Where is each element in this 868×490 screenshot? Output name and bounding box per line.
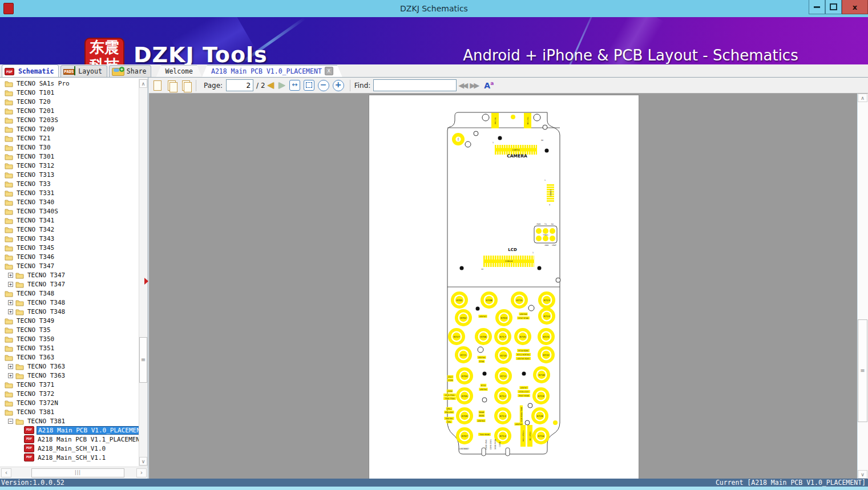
folder-icon [5,408,13,416]
scrollbar-thumb[interactable]: ≡ [858,319,867,422]
tree-item-folder[interactable]: TECNO T350 [0,334,139,343]
page-thumbnail-icon[interactable] [152,80,163,91]
fit-page-button[interactable] [304,80,314,91]
tree-item-folder[interactable]: TECNO T340S [0,206,139,216]
svg-text:K713: K713 [500,415,506,418]
close-button[interactable]: x [842,0,868,14]
scroll-down-icon[interactable]: ∨ [139,457,147,465]
tree-item-folder[interactable]: TECNO T313 [0,170,139,179]
tree-item-folder[interactable]: TECNO T372N [0,398,139,407]
fit-width-button[interactable]: ↔ [289,80,300,91]
expand-icon[interactable]: + [8,273,13,278]
find-previous-icon[interactable]: ◀◀ [458,81,466,90]
tree-item-folder[interactable]: +TECNO T363 [0,371,139,380]
tree-item-pdf[interactable]: PDFA218 Main PCB V1.0_PLACEMENT [0,426,139,435]
zoom-out-button[interactable]: − [318,80,329,91]
copy-page-icon[interactable] [166,80,177,91]
tab-share[interactable]: + Share [109,65,152,77]
scroll-up-icon[interactable]: ∧ [139,79,147,88]
svg-text:K717: K717 [500,335,506,338]
tree-item-label: TECNO T381 [26,418,66,425]
scrollbar-thumb[interactable]: ≡ [139,337,147,383]
snapshot-icon[interactable] [180,80,192,91]
tree-item-folder[interactable]: +TECNO T348 [0,307,139,316]
document-vertical-scrollbar[interactable]: ∧ ≡ ∨ [857,94,868,479]
tab-layout[interactable]: PADS Layout [60,65,107,77]
document-viewer[interactable]: MIC-501MIC+501MIC+1P502+MIC-1P502-CON701… [149,94,857,479]
tree-item-folder[interactable]: TECNO T371 [0,380,139,389]
sidebar-vertical-scrollbar[interactable]: ∧ ≡ ∨ [139,79,148,466]
collapse-icon[interactable]: − [8,419,13,424]
page-number-input[interactable] [226,79,253,91]
find-input[interactable] [373,79,457,91]
close-tab-icon[interactable]: x [325,67,333,75]
tree-item-folder[interactable]: TECNO T35 [0,325,139,334]
tree-item-folder[interactable]: TECNO T381 [0,407,139,416]
expand-icon[interactable]: + [8,282,13,287]
expand-icon[interactable]: + [8,364,13,369]
svg-text:SPK-501: SPK-501 [446,418,453,420]
tree-item-folder[interactable]: TECNO T347 [0,261,139,270]
tree-item-folder[interactable]: TECNO T349 [0,316,139,325]
tree-item-folder[interactable]: +TECNO T347 [0,270,139,280]
tree-item-folder[interactable]: TECNO T30 [0,143,139,152]
tab-schematic[interactable]: PDF Schematic [2,64,59,77]
tree-item-folder[interactable]: +TECNO T347 [0,280,139,289]
tree-item-folder[interactable]: TECNO T209 [0,124,139,133]
scroll-up-icon[interactable]: ∧ [858,94,867,102]
tree-item-folder[interactable]: TECNO T372 [0,389,139,398]
svg-text:C528: C528 [448,379,453,382]
folder-icon [5,208,13,215]
tree-item-folder[interactable]: +TECNO T348 [0,298,139,307]
tree-item-folder[interactable]: TECNO T363 [0,353,139,362]
tree-item-folder[interactable]: TECNO T341 [0,216,139,225]
tree-item-folder[interactable]: −TECNO T381 [0,416,139,426]
folder-icon [5,335,13,343]
pdf-icon: PDF [24,453,34,461]
tree-item-folder[interactable]: TECNO T203S [0,115,139,124]
tree-item-folder[interactable]: TECNO T340 [0,197,139,206]
tree-item-folder[interactable]: TECNO T343 [0,234,139,243]
splitter-collapse-icon[interactable] [144,278,148,285]
scroll-right-icon[interactable]: › [136,468,147,477]
tree-item-pdf[interactable]: PDFA218_Main_SCH_V1.0 [0,444,139,453]
tree-item-pdf[interactable]: PDFA218 Main PCB V1.1_PLACEMENT [0,435,139,444]
tree-item-folder[interactable]: TECNO T346 [0,252,139,261]
tree-item-folder[interactable]: TECNO T348 [0,289,139,298]
tree-item-folder[interactable]: TECNO T21 [0,133,139,143]
font-size-icon[interactable]: Aa [484,80,494,90]
tree-item-folder[interactable]: +TECNO T363 [0,362,139,371]
tree-item-folder[interactable]: TECNO T33 [0,179,139,188]
doc-tab-welcome[interactable]: Welcome [156,65,201,77]
tree-item-folder[interactable]: TECNO T312 [0,161,139,170]
tree-item-folder[interactable]: TECNO T345 [0,243,139,252]
zoom-in-button[interactable]: + [333,80,344,91]
expand-icon[interactable]: + [8,309,13,314]
tree-item-folder[interactable]: TECNO T342 [0,225,139,234]
tree-item-folder[interactable]: TECNO T331 [0,188,139,197]
tree-item-folder[interactable]: TECNO SA1s Pro [0,79,139,88]
expand-icon[interactable]: + [8,373,13,378]
tree-item-folder[interactable]: TECNO T301 [0,152,139,161]
expand-icon[interactable]: + [8,300,13,305]
tree-item-pdf[interactable]: PDFA218_Main_SCH_V1.1 [0,453,139,462]
minimize-button[interactable] [809,0,825,14]
doc-tab-a218-placement[interactable]: A218 Main PCB V1.0_PLACEMENT x [202,65,342,77]
tree-item-folder[interactable]: TECNO T20 [0,97,139,106]
tree-item-label: TECNO T350 [15,335,55,343]
sidebar-horizontal-scrollbar[interactable]: ‹ ||| › [0,467,148,479]
find-next-icon[interactable]: ▶▶ [470,81,478,90]
tree-item-folder[interactable]: TECNO T351 [0,343,139,353]
tree-item-folder[interactable]: TECNO T101 [0,88,139,97]
previous-page-icon[interactable]: ◀ [268,81,274,90]
next-page-icon[interactable]: ▶ [278,81,285,90]
scroll-down-icon[interactable]: ∨ [858,470,867,479]
scrollbar-thumb[interactable]: ||| [31,468,124,477]
svg-text:CON5 D501: CON5 D501 [490,439,492,450]
page-label: Page: [204,82,223,90]
svg-text:K719: K719 [538,395,544,398]
tree-item-folder[interactable]: TECNO T201 [0,106,139,115]
tree-item-label: TECNO T312 [15,162,55,169]
maximize-button[interactable] [825,0,842,14]
scroll-left-icon[interactable]: ‹ [1,468,11,477]
